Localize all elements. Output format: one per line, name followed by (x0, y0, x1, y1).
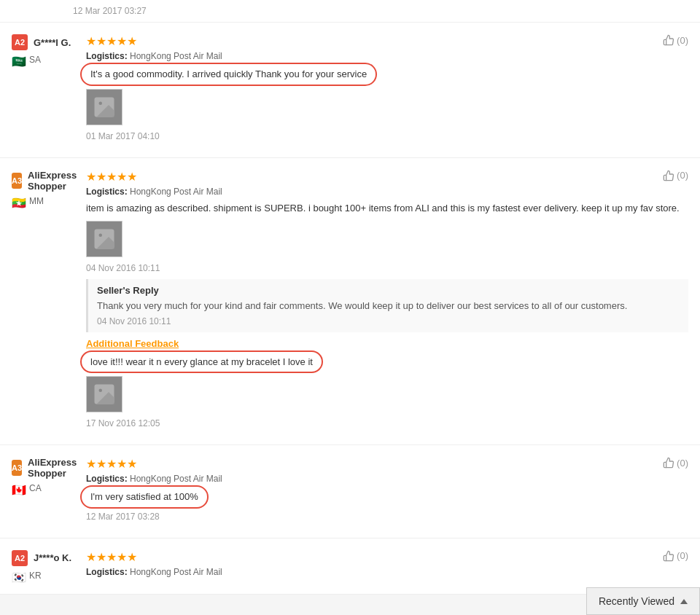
reviewer-badge: A2 (12, 550, 28, 566)
logistics-label: Logistics: (86, 474, 128, 484)
star-rating: ★★★★★ (86, 170, 137, 184)
logistics-value: HongKong Post Air Mail (130, 567, 222, 577)
logistics-value: HongKong Post Air Mail (130, 474, 222, 484)
review-image (86, 89, 122, 125)
reviewer-info: A2J****o K.🇰🇷KR (12, 550, 77, 582)
sellers-reply-title: Seller's Reply (97, 285, 680, 296)
sellers-reply: Seller's ReplyThank you very much for yo… (86, 279, 688, 332)
review-content: ★★★★★(0)Logistics: HongKong Post Air Mai… (86, 34, 688, 146)
reviewer-info: A3AliExpress Shopper🇨🇦CA (12, 457, 77, 526)
star-rating: ★★★★★ (86, 34, 137, 48)
sellers-reply-date: 04 Nov 2016 10:11 (97, 316, 680, 326)
thumbs-up-icon (663, 170, 674, 181)
review-date: 12 Mar 2017 03:28 (86, 512, 688, 522)
reviewer-name-row: A3AliExpress Shopper (12, 457, 77, 479)
logistics-line: Logistics: HongKong Post Air Mail (86, 567, 688, 577)
thumbs-up-icon (663, 550, 674, 562)
logistics-label: Logistics: (86, 187, 128, 197)
country-code: SA (29, 55, 41, 65)
like-button[interactable]: (0) (663, 170, 688, 181)
review-content: ★★★★★(0)Logistics: HongKong Post Air Mai… (86, 550, 688, 582)
review-content: ★★★★★(0)Logistics: HongKong Post Air Mai… (86, 170, 688, 434)
additional-feedback-title: Additional Feedback (86, 338, 688, 349)
review-item: A3AliExpress Shopper🇨🇦CA★★★★★(0)Logistic… (0, 445, 700, 538)
logistics-line: Logistics: HongKong Post Air Mail (86, 51, 688, 61)
review-text-circled: It's a good commodity. I arrived quickly… (86, 66, 371, 83)
country-code: MM (29, 196, 44, 206)
reviewer-info: A2G****l G.🇸🇦SA (12, 34, 77, 146)
review-date: 04 Nov 2016 10:11 (86, 263, 688, 273)
logistics-line: Logistics: HongKong Post Air Mail (86, 187, 688, 197)
additional-feedback-date: 17 Nov 2016 12:05 (86, 418, 688, 428)
additional-feedback-image (86, 376, 122, 412)
svg-point-3 (99, 234, 103, 238)
reviewer-name-row: A2J****o K. (12, 550, 77, 566)
country-flag-icon: 🇸🇦 (12, 56, 26, 66)
reviewer-info: A3AliExpress Shopper🇲🇲MM (12, 170, 77, 434)
logistics-line: Logistics: HongKong Post Air Mail (86, 474, 688, 484)
reviewer-badge: A3 (12, 460, 22, 476)
top-date: 12 Mar 2017 03:27 (0, 0, 700, 23)
logistics-value: HongKong Post Air Mail (130, 187, 222, 197)
like-count: (0) (677, 550, 688, 561)
logistics-label: Logistics: (86, 51, 128, 61)
logistics-label: Logistics: (86, 567, 128, 577)
reviewer-name: G****l G. (34, 37, 71, 48)
country-flag-icon: 🇰🇷 (12, 572, 26, 582)
reviewer-name-row: A2G****l G. (12, 34, 77, 50)
reviewer-name-row: A3AliExpress Shopper (12, 170, 77, 192)
reviewer-badge: A2 (12, 34, 28, 50)
sellers-reply-text: Thank you very much for your kind and fa… (97, 299, 680, 313)
country-code: KR (29, 571, 42, 581)
thumbs-up-icon (663, 457, 674, 469)
review-item: A3AliExpress Shopper🇲🇲MM★★★★★(0)Logistic… (0, 158, 700, 446)
review-item: A2G****l G.🇸🇦SA★★★★★(0)Logistics: HongKo… (0, 23, 700, 158)
review-image (86, 221, 122, 257)
review-top-row: ★★★★★(0) (86, 170, 688, 187)
recently-viewed-bar[interactable]: Recently Viewed (586, 587, 700, 595)
country-row: 🇨🇦CA (12, 482, 77, 495)
review-text-circled: I'm very satisfied at 100% (86, 488, 203, 506)
review-content: ★★★★★(0)Logistics: HongKong Post Air Mai… (86, 457, 688, 526)
svg-point-5 (99, 389, 103, 393)
like-button[interactable]: (0) (663, 457, 688, 469)
country-row: 🇰🇷KR (12, 569, 77, 582)
reviewer-name: J****o K. (34, 552, 71, 563)
review-top-row: ★★★★★(0) (86, 550, 688, 567)
country-row: 🇸🇦SA (12, 53, 77, 66)
review-item: A2J****o K.🇰🇷KR★★★★★(0)Logistics: HongKo… (0, 538, 700, 595)
reviewer-badge: A3 (12, 173, 22, 189)
like-count: (0) (677, 35, 688, 46)
thumbs-up-icon (663, 34, 674, 46)
additional-feedback: Additional Feedbacklove it!!! wear it n … (86, 338, 688, 429)
svg-point-1 (99, 101, 103, 105)
logistics-value: HongKong Post Air Mail (130, 51, 222, 61)
review-top-row: ★★★★★(0) (86, 457, 688, 474)
review-date: 01 Mar 2017 04:10 (86, 131, 688, 141)
star-rating: ★★★★★ (86, 457, 137, 471)
like-count: (0) (677, 170, 688, 181)
like-count: (0) (677, 458, 688, 469)
page-container: 12 Mar 2017 03:27 A2G****l G.🇸🇦SA★★★★★(0… (0, 0, 700, 595)
like-button[interactable]: (0) (663, 550, 688, 562)
country-code: CA (29, 483, 42, 493)
like-button[interactable]: (0) (663, 34, 688, 46)
review-text: item is amazing as described. shipment i… (86, 201, 688, 216)
country-row: 🇲🇲MM (12, 195, 77, 208)
country-flag-icon: 🇲🇲 (12, 197, 26, 208)
review-top-row: ★★★★★(0) (86, 34, 688, 51)
reviews-container: A2G****l G.🇸🇦SA★★★★★(0)Logistics: HongKo… (0, 23, 700, 595)
country-flag-icon: 🇨🇦 (12, 485, 26, 495)
star-rating: ★★★★★ (86, 550, 137, 564)
additional-feedback-text-circled: love it!!! wear it n every glance at my … (86, 353, 317, 371)
